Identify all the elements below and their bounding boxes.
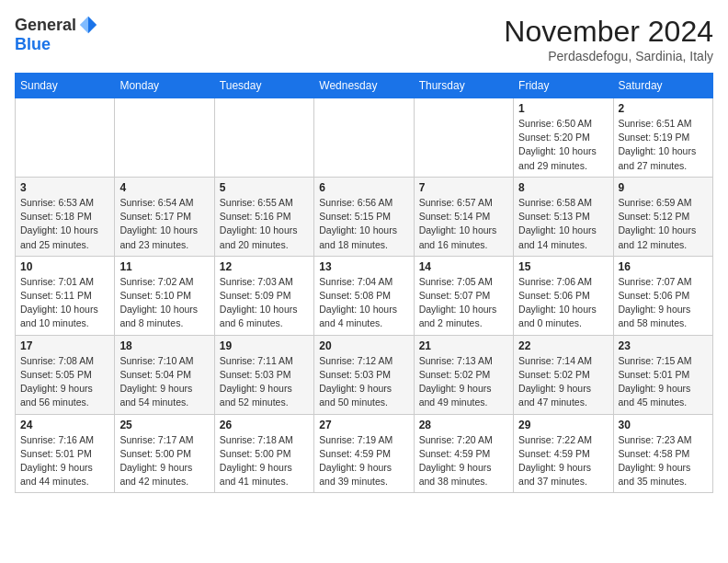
- day-info: Sunrise: 6:54 AM Sunset: 5:17 PM Dayligh…: [119, 196, 209, 252]
- cell-week5-day2: 26Sunrise: 7:18 AM Sunset: 5:00 PM Dayli…: [214, 414, 313, 493]
- location-subtitle: Perdasdefogu, Sardinia, Italy: [504, 49, 713, 63]
- cell-week5-day4: 28Sunrise: 7:20 AM Sunset: 4:59 PM Dayli…: [414, 414, 513, 493]
- header-monday: Monday: [115, 74, 214, 98]
- day-info: Sunrise: 7:05 AM Sunset: 5:07 PM Dayligh…: [419, 275, 508, 331]
- cell-week1-day0: [16, 98, 115, 178]
- cell-week3-day6: 16Sunrise: 7:07 AM Sunset: 5:06 PM Dayli…: [613, 256, 712, 335]
- day-info: Sunrise: 6:51 AM Sunset: 5:19 PM Dayligh…: [619, 117, 708, 173]
- day-number: 16: [619, 260, 708, 273]
- day-number: 5: [220, 181, 309, 194]
- day-number: 3: [20, 181, 109, 194]
- cell-week1-day5: 1Sunrise: 6:50 AM Sunset: 5:20 PM Daylig…: [514, 98, 613, 178]
- day-number: 9: [619, 181, 708, 194]
- day-info: Sunrise: 6:56 AM Sunset: 5:15 PM Dayligh…: [319, 196, 408, 252]
- day-number: 23: [619, 339, 708, 352]
- day-info: Sunrise: 7:11 AM Sunset: 5:03 PM Dayligh…: [220, 354, 309, 410]
- day-number: 1: [518, 102, 608, 115]
- header: General Blue November 2024 Perdasdefogu,…: [15, 15, 713, 63]
- day-number: 27: [319, 419, 408, 431]
- day-number: 21: [419, 339, 508, 352]
- cell-week3-day3: 13Sunrise: 7:04 AM Sunset: 5:08 PM Dayli…: [314, 256, 414, 335]
- cell-week1-day4: [414, 98, 513, 178]
- cell-week3-day0: 10Sunrise: 7:01 AM Sunset: 5:11 PM Dayli…: [16, 256, 115, 335]
- cell-week1-day6: 2Sunrise: 6:51 AM Sunset: 5:19 PM Daylig…: [613, 98, 712, 178]
- logo-general-text: General: [15, 16, 76, 35]
- day-info: Sunrise: 7:03 AM Sunset: 5:09 PM Dayligh…: [220, 275, 309, 331]
- day-number: 12: [220, 260, 309, 273]
- day-info: Sunrise: 7:13 AM Sunset: 5:02 PM Dayligh…: [419, 354, 508, 410]
- title-area: November 2024 Perdasdefogu, Sardinia, It…: [504, 15, 713, 63]
- cell-week1-day2: [214, 98, 313, 178]
- day-info: Sunrise: 7:04 AM Sunset: 5:08 PM Dayligh…: [319, 275, 408, 331]
- logo-icon: [78, 15, 98, 35]
- cell-week2-day0: 3Sunrise: 6:53 AM Sunset: 5:18 PM Daylig…: [16, 177, 115, 256]
- svg-marker-1: [80, 17, 88, 33]
- day-number: 6: [319, 181, 408, 194]
- cell-week3-day2: 12Sunrise: 7:03 AM Sunset: 5:09 PM Dayli…: [214, 256, 313, 335]
- header-saturday: Saturday: [613, 74, 712, 98]
- day-info: Sunrise: 6:57 AM Sunset: 5:14 PM Dayligh…: [419, 196, 508, 252]
- day-info: Sunrise: 7:16 AM Sunset: 5:01 PM Dayligh…: [20, 433, 109, 489]
- cell-week3-day4: 14Sunrise: 7:05 AM Sunset: 5:07 PM Dayli…: [414, 256, 513, 335]
- header-tuesday: Tuesday: [214, 74, 313, 98]
- day-info: Sunrise: 6:50 AM Sunset: 5:20 PM Dayligh…: [518, 117, 608, 173]
- cell-week5-day1: 25Sunrise: 7:17 AM Sunset: 5:00 PM Dayli…: [115, 414, 214, 493]
- day-number: 18: [119, 339, 209, 352]
- cell-week5-day0: 24Sunrise: 7:16 AM Sunset: 5:01 PM Dayli…: [16, 414, 115, 493]
- day-info: Sunrise: 7:02 AM Sunset: 5:10 PM Dayligh…: [119, 275, 209, 331]
- cell-week4-day2: 19Sunrise: 7:11 AM Sunset: 5:03 PM Dayli…: [214, 335, 313, 414]
- day-info: Sunrise: 7:22 AM Sunset: 4:59 PM Dayligh…: [518, 433, 608, 489]
- day-info: Sunrise: 7:23 AM Sunset: 4:58 PM Dayligh…: [619, 433, 708, 489]
- cell-week4-day6: 23Sunrise: 7:15 AM Sunset: 5:01 PM Dayli…: [613, 335, 712, 414]
- day-info: Sunrise: 7:07 AM Sunset: 5:06 PM Dayligh…: [619, 275, 708, 331]
- cell-week4-day3: 20Sunrise: 7:12 AM Sunset: 5:03 PM Dayli…: [314, 335, 414, 414]
- cell-week3-day5: 15Sunrise: 7:06 AM Sunset: 5:06 PM Dayli…: [514, 256, 613, 335]
- day-info: Sunrise: 7:06 AM Sunset: 5:06 PM Dayligh…: [518, 275, 608, 331]
- cell-week4-day0: 17Sunrise: 7:08 AM Sunset: 5:05 PM Dayli…: [16, 335, 115, 414]
- day-info: Sunrise: 7:15 AM Sunset: 5:01 PM Dayligh…: [619, 354, 708, 410]
- week-row-1: 1Sunrise: 6:50 AM Sunset: 5:20 PM Daylig…: [16, 98, 713, 178]
- cell-week2-day1: 4Sunrise: 6:54 AM Sunset: 5:17 PM Daylig…: [115, 177, 214, 256]
- week-row-2: 3Sunrise: 6:53 AM Sunset: 5:18 PM Daylig…: [16, 177, 713, 256]
- day-info: Sunrise: 7:17 AM Sunset: 5:00 PM Dayligh…: [119, 433, 209, 489]
- week-row-4: 17Sunrise: 7:08 AM Sunset: 5:05 PM Dayli…: [16, 335, 713, 414]
- day-number: 29: [518, 419, 608, 431]
- header-friday: Friday: [514, 74, 613, 98]
- svg-marker-0: [88, 17, 97, 33]
- day-number: 14: [419, 260, 508, 273]
- calendar-table: SundayMondayTuesdayWednesdayThursdayFrid…: [15, 73, 713, 493]
- day-number: 26: [220, 419, 309, 431]
- day-number: 8: [518, 181, 608, 194]
- day-number: 19: [220, 339, 309, 352]
- cell-week4-day1: 18Sunrise: 7:10 AM Sunset: 5:04 PM Dayli…: [115, 335, 214, 414]
- day-number: 15: [518, 260, 608, 273]
- cell-week2-day5: 8Sunrise: 6:58 AM Sunset: 5:13 PM Daylig…: [514, 177, 613, 256]
- day-number: 28: [419, 419, 508, 431]
- day-info: Sunrise: 7:20 AM Sunset: 4:59 PM Dayligh…: [419, 433, 508, 489]
- day-info: Sunrise: 7:08 AM Sunset: 5:05 PM Dayligh…: [20, 354, 109, 410]
- day-info: Sunrise: 6:53 AM Sunset: 5:18 PM Dayligh…: [20, 196, 109, 252]
- day-number: 7: [419, 181, 508, 194]
- day-info: Sunrise: 7:19 AM Sunset: 4:59 PM Dayligh…: [319, 433, 408, 489]
- day-info: Sunrise: 7:10 AM Sunset: 5:04 PM Dayligh…: [119, 354, 209, 410]
- cell-week5-day5: 29Sunrise: 7:22 AM Sunset: 4:59 PM Dayli…: [514, 414, 613, 493]
- day-number: 4: [119, 181, 209, 194]
- day-info: Sunrise: 6:59 AM Sunset: 5:12 PM Dayligh…: [619, 196, 708, 252]
- day-number: 11: [119, 260, 209, 273]
- header-sunday: Sunday: [16, 74, 115, 98]
- month-title: November 2024: [504, 15, 713, 49]
- day-info: Sunrise: 6:58 AM Sunset: 5:13 PM Dayligh…: [518, 196, 608, 252]
- calendar-header-row: SundayMondayTuesdayWednesdayThursdayFrid…: [16, 74, 713, 98]
- cell-week5-day3: 27Sunrise: 7:19 AM Sunset: 4:59 PM Dayli…: [314, 414, 414, 493]
- day-info: Sunrise: 7:12 AM Sunset: 5:03 PM Dayligh…: [319, 354, 408, 410]
- cell-week2-day6: 9Sunrise: 6:59 AM Sunset: 5:12 PM Daylig…: [613, 177, 712, 256]
- day-number: 20: [319, 339, 408, 352]
- cell-week5-day6: 30Sunrise: 7:23 AM Sunset: 4:58 PM Dayli…: [613, 414, 712, 493]
- day-number: 25: [119, 419, 209, 431]
- cell-week4-day4: 21Sunrise: 7:13 AM Sunset: 5:02 PM Dayli…: [414, 335, 513, 414]
- cell-week1-day1: [115, 98, 214, 178]
- day-number: 10: [20, 260, 109, 273]
- day-info: Sunrise: 7:14 AM Sunset: 5:02 PM Dayligh…: [518, 354, 608, 410]
- day-number: 13: [319, 260, 408, 273]
- header-thursday: Thursday: [414, 74, 513, 98]
